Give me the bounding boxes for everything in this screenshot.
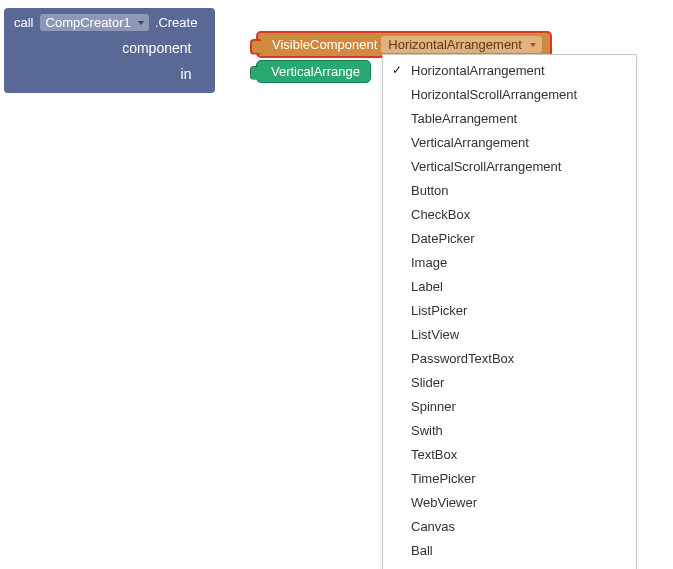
menu-item-label: Spinner [405, 399, 456, 414]
menu-item[interactable]: Slider [383, 370, 636, 394]
menu-item[interactable]: ImageSprite [383, 562, 636, 569]
menu-item[interactable]: Ball [383, 538, 636, 562]
menu-item[interactable]: Image [383, 250, 636, 274]
visible-component-dropdown-label: HorizontalArrangement [388, 37, 522, 52]
menu-item-label: Swith [405, 423, 443, 438]
menu-item-label: TimePicker [405, 471, 476, 486]
menu-item[interactable]: Canvas [383, 514, 636, 538]
menu-item[interactable]: HorizontalScrollArrangement [383, 82, 636, 106]
menu-item[interactable]: TimePicker [383, 466, 636, 490]
arg-row-in: in [14, 61, 205, 87]
menu-item[interactable]: PasswordTextBox [383, 346, 636, 370]
menu-item[interactable]: ListView [383, 322, 636, 346]
menu-item-label: Image [405, 255, 447, 270]
vertical-arrangement-block[interactable]: VerticalArrange [256, 60, 371, 83]
arg-label-in: in [181, 66, 206, 82]
menu-item-label: HorizontalArrangement [405, 63, 545, 78]
vertical-arrangement-label: VerticalArrange [271, 64, 360, 79]
menu-item-label: Ball [405, 543, 433, 558]
menu-item[interactable]: ✓HorizontalArrangement [383, 58, 636, 82]
visible-component-prefix: VisibleComponent [272, 37, 377, 52]
menu-item[interactable]: VerticalScrollArrangement [383, 154, 636, 178]
object-dropdown[interactable]: CompCreator1 [40, 14, 149, 31]
menu-item-label: VerticalScrollArrangement [405, 159, 561, 174]
menu-item[interactable]: WebViewer [383, 490, 636, 514]
menu-item-label: ListView [405, 327, 459, 342]
arg-label-component: component [122, 40, 205, 56]
call-keyword: call [14, 15, 34, 30]
method-suffix: .Create [155, 15, 198, 30]
menu-item-label: TableArrangement [405, 111, 517, 126]
menu-item-label: HorizontalScrollArrangement [405, 87, 577, 102]
menu-item-label: Slider [405, 375, 444, 390]
menu-item[interactable]: Label [383, 274, 636, 298]
menu-item-label: Button [405, 183, 449, 198]
object-dropdown-label: CompCreator1 [46, 15, 131, 30]
menu-item-label: ListPicker [405, 303, 467, 318]
menu-item-label: Canvas [405, 519, 455, 534]
menu-item[interactable]: ListPicker [383, 298, 636, 322]
menu-item[interactable]: VerticalArrangement [383, 130, 636, 154]
checkmark-icon: ✓ [389, 63, 405, 77]
visible-component-dropdown[interactable]: HorizontalArrangement [381, 36, 542, 53]
call-block[interactable]: call CompCreator1 .Create component in [4, 8, 215, 93]
menu-item-label: TextBox [405, 447, 457, 462]
menu-item[interactable]: Swith [383, 418, 636, 442]
menu-item[interactable]: Spinner [383, 394, 636, 418]
menu-item[interactable]: TableArrangement [383, 106, 636, 130]
menu-item[interactable]: CheckBox [383, 202, 636, 226]
menu-item-label: DatePicker [405, 231, 475, 246]
menu-item-label: VerticalArrangement [405, 135, 529, 150]
menu-item-label: PasswordTextBox [405, 351, 514, 366]
menu-item-label: CheckBox [405, 207, 470, 222]
menu-item[interactable]: TextBox [383, 442, 636, 466]
menu-item-label: WebViewer [405, 495, 477, 510]
component-dropdown-menu: ✓HorizontalArrangementHorizontalScrollAr… [382, 54, 637, 569]
arg-row-component: component [14, 35, 205, 61]
menu-item-label: Label [405, 279, 443, 294]
menu-item[interactable]: DatePicker [383, 226, 636, 250]
menu-item[interactable]: Button [383, 178, 636, 202]
